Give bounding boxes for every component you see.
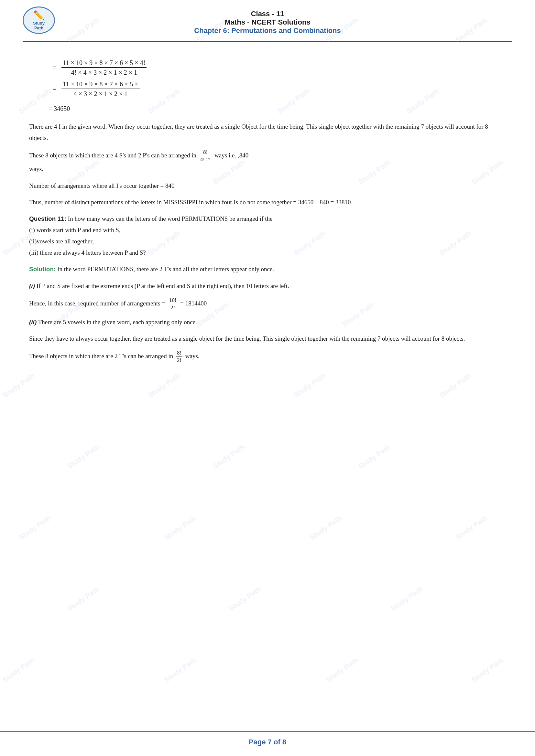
para-2-end: ways i.e. ,840: [214, 152, 248, 159]
part-ii-label: (ii): [29, 319, 37, 325]
part-i-result-start: Hence, in this case, required number of …: [29, 300, 165, 307]
math-line-1: = 11 × 10 × 9 × 8 × 7 × 6 × 5 × 4! 4! × …: [48, 58, 506, 77]
para-these8-end: ways.: [185, 353, 200, 360]
part-i-para: (i) If P and S are fixed at the extreme …: [29, 280, 506, 291]
solution-intro-para: Solution: In the word PERMUTATIONS, ther…: [29, 263, 506, 275]
part-i-label: (i): [29, 283, 35, 289]
q11-ii: (ii)vowels are all together,: [29, 238, 94, 245]
q11-i: (i) words start with P and end with S,: [29, 227, 121, 233]
part-i-result: Hence, in this case, required number of …: [29, 297, 506, 311]
para-4: Thus, number of distinct permutations of…: [29, 197, 506, 208]
q11-iii: (iii) there are always 4 letters between…: [29, 249, 146, 256]
solution-label: Solution:: [29, 266, 56, 273]
logo-path-text: Path: [34, 26, 43, 30]
part-i-result-end: = 1814400: [180, 300, 207, 307]
fraction-inline-3: 8! 2!: [176, 349, 183, 364]
part-ii-para: (ii) There are 5 vowels in the given wor…: [29, 316, 506, 328]
para-these8-start: These 8 objects in which there are 2 T's…: [29, 353, 173, 360]
para-1: There are 4 I in the given word. When th…: [29, 121, 506, 144]
logo-study-text: Study: [33, 21, 44, 26]
pencil-icon: ✏️: [33, 10, 44, 21]
chapter-title: Chapter 6: Permutations and Combinations: [23, 26, 512, 35]
fraction-2: 11 × 10 × 9 × 8 × 7 × 6 × 5 × 4 × 3 × 2 …: [62, 79, 139, 98]
question-11: Question 11: In how many ways can the le…: [29, 213, 506, 258]
page-header: ✏️ Study Path Class - 11 Maths - NCERT S…: [23, 0, 512, 42]
page-footer: Page 7 of 8: [0, 731, 535, 746]
page-wrapper: Study Path Study Path Study Path Study P…: [0, 0, 535, 756]
fraction-inline-1: 8! 4! 2!: [199, 149, 212, 163]
fraction-inline-2: 10! 2!: [168, 297, 178, 311]
subject-title: Maths - NCERT Solutions: [23, 18, 512, 26]
para-2-ways: ways.: [29, 166, 43, 172]
logo: ✏️ Study Path: [23, 7, 58, 36]
result-line: = 34650: [48, 101, 506, 116]
para-2-start: These 8 objects in which there are 4 S's…: [29, 152, 196, 159]
main-content: = 11 × 10 × 9 × 8 × 7 × 6 × 5 × 4! 4! × …: [23, 52, 512, 372]
question-11-label: Question 11:: [29, 215, 66, 222]
class-title: Class - 11: [23, 10, 512, 18]
math-block-1: = 11 × 10 × 9 × 8 × 7 × 6 × 5 × 4! 4! × …: [48, 58, 506, 116]
question-11-text: In how many ways can the letters of the …: [68, 215, 273, 222]
para-since: Since they have to always occur together…: [29, 333, 506, 344]
part-i-text: If P and S are fixed at the extreme ends…: [37, 283, 289, 289]
solution-intro-text: In the word PERMUTATIONS, there are 2 T'…: [57, 266, 274, 273]
page-number: Page 7 of 8: [249, 738, 286, 746]
para-2: These 8 objects in which there are 4 S's…: [29, 149, 506, 175]
para-3: Number of arrangements where all I's occ…: [29, 180, 506, 191]
para-these8: These 8 objects in which there are 2 T's…: [29, 349, 506, 364]
part-ii-text: There are 5 vowels in the given word, ea…: [38, 319, 197, 325]
fraction-1: 11 × 10 × 9 × 8 × 7 × 6 × 5 × 4! 4! × 4 …: [62, 58, 147, 77]
logo-circle: ✏️ Study Path: [23, 7, 55, 34]
math-line-2: = 11 × 10 × 9 × 8 × 7 × 6 × 5 × 4 × 3 × …: [48, 79, 506, 98]
